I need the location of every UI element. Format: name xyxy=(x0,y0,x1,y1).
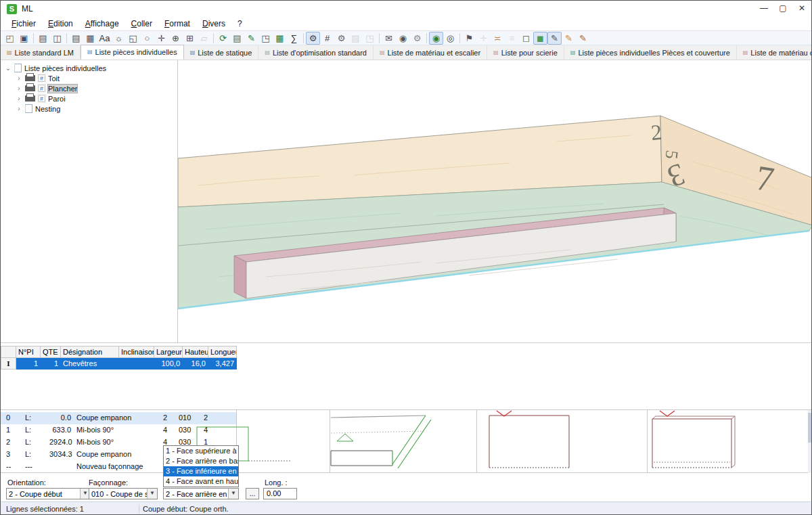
expander-icon[interactable]: › xyxy=(16,105,22,112)
ops-scrollbar-thumb[interactable] xyxy=(808,413,811,443)
tab-liste-de-mat-riau-et-escalier[interactable]: ▤Liste de matériau et escalier xyxy=(374,46,487,60)
more-options-button[interactable]: ... xyxy=(246,488,259,499)
copy-icon[interactable]: ⊞ xyxy=(183,32,197,45)
menu-coller[interactable]: Coller xyxy=(126,18,158,30)
menu-bar: FichierEditionAffichageCollerFormatDiver… xyxy=(1,17,811,31)
timber-pen2-icon[interactable]: ✎ xyxy=(576,32,590,45)
column-header-qte[interactable]: QTE xyxy=(41,346,61,358)
piece-table[interactable]: N°PIQTEDésignationInclinaisonLargeurHaut… xyxy=(1,346,237,370)
tree-item-paroi[interactable]: ›#Paroi xyxy=(16,93,66,104)
face-option[interactable]: 2 - Face arrière en bas xyxy=(164,456,238,466)
rotate-view-icon[interactable]: ⊕ xyxy=(168,32,183,45)
face-combobox[interactable]: 2 - Face arrière en bas ▼ xyxy=(163,488,239,499)
tab-liste-de-mat-riau-couverture-m-tallique-[interactable]: ▤Liste de matériau couverture métallique… xyxy=(737,46,812,60)
menu-affichage[interactable]: Affichage xyxy=(80,18,125,30)
machining-row[interactable]: 1L:633.0Mi-bois 90°40304 xyxy=(1,424,236,436)
renumber-icon[interactable]: # xyxy=(320,32,334,45)
op-length: 0.0 xyxy=(49,413,71,422)
gear-outline-icon[interactable]: ⚙ xyxy=(410,32,424,45)
save-view-icon[interactable]: ◳ xyxy=(258,32,273,45)
list-icon: ▤ xyxy=(87,49,93,55)
tree-item-toit[interactable]: ›#Toit xyxy=(16,73,60,83)
column-header-longueur[interactable]: Longueur xyxy=(208,346,237,358)
menu-divers[interactable]: Divers xyxy=(197,18,231,30)
select-flag-icon[interactable]: ⚑ xyxy=(462,32,476,45)
chevron-down-icon[interactable]: ▼ xyxy=(228,489,238,499)
3d-viewport[interactable]: 2 5 3 7 7 xyxy=(178,60,812,342)
tab-liste-pi-ces-individuelles-pi-ces-et-cou[interactable]: ▤Liste pièces individuelles Pièces et co… xyxy=(564,46,737,60)
maximize-button[interactable]: ▢ xyxy=(773,1,792,17)
expander-icon[interactable]: ⌄ xyxy=(5,64,12,72)
print-icon[interactable]: ▤ xyxy=(36,32,50,45)
zoom-icon[interactable]: ○ xyxy=(140,32,154,45)
cube-wireframe-icon[interactable]: ◻ xyxy=(519,32,533,45)
ops-scrollbar[interactable] xyxy=(808,410,811,474)
toolbar-separator xyxy=(303,33,304,43)
face-option[interactable]: 4 - Face avant en haut xyxy=(164,476,238,487)
tab-liste-pi-ces-individuelles[interactable]: ▤Liste pièces individuelles xyxy=(81,45,184,60)
orientation-value: 2 - Coupe début xyxy=(7,490,80,498)
tab-liste-de-statique[interactable]: ▤Liste de statique xyxy=(184,46,259,60)
tree-item-nesting[interactable]: ›Nesting xyxy=(16,104,60,114)
font-icon[interactable]: Aa xyxy=(97,32,112,45)
expander-icon[interactable]: › xyxy=(16,85,22,92)
cube-edit-icon[interactable]: ✎ xyxy=(547,32,562,45)
edit-pen-icon[interactable]: ✎ xyxy=(244,32,258,45)
tree-item-label: Toit xyxy=(48,74,60,83)
tab-liste-pour-scierie[interactable]: ▤Liste pour scierie xyxy=(487,46,564,60)
machining-row[interactable]: 0L:0.0Coupe empanon20102 xyxy=(1,412,236,424)
minimize-button[interactable]: — xyxy=(754,1,773,17)
menu-edition[interactable]: Edition xyxy=(43,18,78,30)
brightness-icon[interactable]: ☼ xyxy=(112,32,126,45)
cube-shaded-icon[interactable]: ◼ xyxy=(533,32,547,45)
cell-npi: 1 xyxy=(16,358,41,370)
menu-format[interactable]: Format xyxy=(159,18,196,30)
timber-pen-icon[interactable]: ✎ xyxy=(562,32,576,45)
expander-icon[interactable]: › xyxy=(16,74,22,82)
table-row[interactable]: I11Chevêtres100,016,03,427 xyxy=(1,358,237,370)
settings-icon[interactable]: ⚙ xyxy=(306,32,320,45)
page-setup-icon[interactable]: ▦ xyxy=(83,32,97,45)
sum-icon[interactable]: ∑ xyxy=(287,32,301,45)
page-zoom-icon[interactable]: ◱ xyxy=(126,32,140,45)
tab-liste-d-optimisation-standard[interactable]: ▤Liste d'optimisation standard xyxy=(258,46,374,60)
op-index: 0 xyxy=(6,413,10,422)
box-export-icon: ◳ xyxy=(363,32,377,45)
machine-export-icon[interactable]: ⚙ xyxy=(334,32,348,45)
tab-label: Liste standard LM xyxy=(15,49,74,57)
column-header-inclinaison[interactable]: Inclinaison xyxy=(119,346,154,358)
refresh-icon[interactable]: ⟳ xyxy=(216,32,230,45)
chevron-down-icon[interactable]: ▼ xyxy=(147,489,157,499)
column-header-npi[interactable]: N°PI xyxy=(16,346,41,358)
column-header-hauteur[interactable]: Hauteur xyxy=(183,346,208,358)
material-table-icon[interactable]: ▦ xyxy=(273,32,287,45)
menu-fichier[interactable]: Fichier xyxy=(6,18,41,30)
pan-icon[interactable]: ✛ xyxy=(154,32,168,45)
faconnage-combobox[interactable]: 010 - Coupe de scie ▼ xyxy=(89,488,158,499)
column-header-dsignation[interactable]: Désignation xyxy=(61,346,119,358)
printer-settings-icon[interactable]: ▤ xyxy=(69,32,83,45)
row-marker[interactable]: I xyxy=(1,358,16,370)
face-option[interactable]: 3 - Face inférieure en avan xyxy=(164,466,238,476)
column-header-largeur[interactable]: Largeur xyxy=(154,346,183,358)
print-preview-icon[interactable]: ◫ xyxy=(50,32,64,45)
visibility-icon[interactable]: ◉ xyxy=(429,32,443,45)
tab-liste-standard-lm[interactable]: ▤Liste standard LM xyxy=(1,46,81,60)
binoculars-icon[interactable]: ◎ xyxy=(443,32,457,45)
face-option[interactable]: 1 - Face supérieure à l'arri xyxy=(164,446,238,456)
edit-list-icon[interactable]: ▤ xyxy=(230,32,244,45)
face-value: 2 - Face arrière en bas xyxy=(164,490,228,498)
close-button[interactable]: ✕ xyxy=(792,1,811,17)
save-icon[interactable]: ▣ xyxy=(17,32,31,45)
eye-settings-icon[interactable]: ◉ xyxy=(396,32,410,45)
op-ref: 2 xyxy=(204,413,208,422)
send-icon[interactable]: ✉ xyxy=(382,32,396,45)
orientation-combobox[interactable]: 2 - Coupe début ▼ xyxy=(6,488,91,499)
measure-icon[interactable]: ≍ xyxy=(491,32,505,45)
expander-icon[interactable]: › xyxy=(16,95,22,102)
menu-?[interactable]: ? xyxy=(232,18,248,30)
tree-item-plancher[interactable]: ›#Plancher xyxy=(16,83,77,93)
length-input[interactable]: 0.00 xyxy=(263,488,297,499)
open-icon[interactable]: ◰ xyxy=(3,32,17,45)
tree-root[interactable]: ⌄Liste pièces individuelles xyxy=(5,63,106,73)
